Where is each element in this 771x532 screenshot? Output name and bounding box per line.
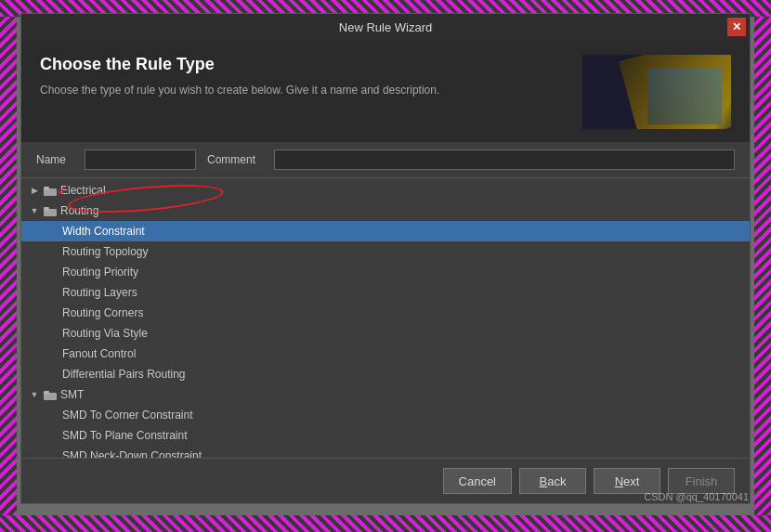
tree-item-smt[interactable]: ▼ SMT (21, 384, 750, 405)
tree-item-label: SMD To Corner Constraint (62, 409, 193, 422)
tree-item-label: Routing Topology (62, 245, 149, 258)
folder-icon (44, 186, 57, 196)
tree-item-routing-topology[interactable]: Routing Topology (21, 241, 750, 262)
tree-item-label: Width Constraint (62, 225, 145, 238)
tree-item-differential-pairs-routing[interactable]: Differential Pairs Routing (21, 364, 750, 384)
folder-icon (44, 390, 57, 400)
cancel-button[interactable]: Cancel (443, 468, 512, 494)
tree-list[interactable]: ▶ Electrical▼ RoutingWidth ConstraintRou… (21, 178, 750, 458)
tree-area: ▶ Electrical▼ RoutingWidth ConstraintRou… (21, 178, 750, 458)
expand-icon: ▼ (29, 205, 40, 216)
dialog-title: New Rule Wizard (339, 20, 432, 34)
header-description: Choose the type of rule you wish to crea… (40, 82, 564, 98)
tree-item-label: Routing (60, 204, 98, 217)
header-title: Choose the Rule Type (40, 55, 564, 74)
name-label: Name (36, 153, 73, 166)
tree-item-label: Routing Via Style (62, 327, 148, 340)
next-button[interactable]: Next (594, 468, 660, 494)
tree-item-label: SMT (60, 388, 84, 401)
title-bar: New Rule Wizard ✕ (21, 14, 750, 40)
tree-item-label: Routing Layers (62, 286, 137, 299)
tree-item-label: Fanout Control (62, 347, 136, 360)
tree-item-fanout-control[interactable]: Fanout Control (21, 344, 750, 364)
folder-icon (44, 206, 57, 216)
tree-item-width-constraint[interactable]: Width Constraint (21, 221, 750, 241)
tree-item-routing[interactable]: ▼ Routing (21, 201, 750, 221)
comment-input[interactable] (274, 149, 735, 170)
button-bar: Cancel Back Next Finish (21, 458, 750, 503)
tree-item-label: Electrical (60, 184, 106, 197)
dialog: New Rule Wizard ✕ Choose the Rule Type C… (20, 13, 751, 504)
name-input[interactable] (85, 149, 196, 170)
back-label: Back (540, 474, 567, 488)
name-bar: Name Comment (21, 142, 750, 178)
expand-icon: ▶ (29, 185, 40, 196)
close-button[interactable]: ✕ (727, 18, 746, 36)
edge-left (0, 17, 17, 515)
tree-item-smd-neckdown[interactable]: SMD Neck-Down Constraint (21, 446, 750, 458)
tree-item-routing-corners[interactable]: Routing Corners (21, 303, 750, 323)
tree-item-routing-priority[interactable]: Routing Priority (21, 262, 750, 282)
svg-rect-3 (44, 207, 49, 211)
watermark: CSDN @qq_40170041 (644, 491, 749, 502)
svg-rect-1 (44, 187, 49, 190)
tree-item-label: Differential Pairs Routing (62, 368, 186, 381)
comment-label: Comment (207, 153, 263, 166)
tree-item-smd-plane[interactable]: SMD To Plane Constraint (21, 425, 750, 446)
tree-item-smd-corner[interactable]: SMD To Corner Constraint (21, 405, 750, 425)
tree-item-electrical[interactable]: ▶ Electrical (21, 180, 750, 201)
tree-item-label: Routing Priority (62, 266, 138, 279)
back-button[interactable]: Back (519, 468, 586, 494)
edge-bottom (0, 515, 771, 532)
header-area: Choose the Rule Type Choose the type of … (21, 40, 750, 142)
next-label: Next (615, 474, 640, 488)
finish-button: Finish (668, 468, 735, 494)
svg-rect-5 (44, 391, 49, 395)
header-text: Choose the Rule Type Choose the type of … (40, 55, 564, 129)
edge-right (754, 17, 771, 515)
tree-item-label: Routing Corners (62, 306, 143, 319)
tree-item-label: SMD Neck-Down Constraint (62, 449, 202, 458)
header-image (582, 55, 731, 129)
expand-icon: ▼ (29, 389, 40, 400)
tree-item-routing-via-style[interactable]: Routing Via Style (21, 323, 750, 344)
tree-item-routing-layers[interactable]: Routing Layers (21, 282, 750, 303)
tree-item-label: SMD To Plane Constraint (62, 429, 188, 442)
